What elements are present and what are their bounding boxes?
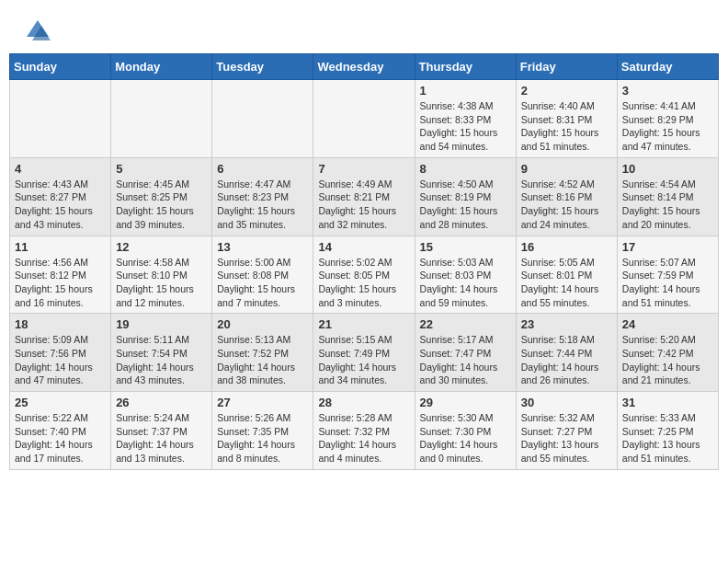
day-info: Sunrise: 4:56 AM Sunset: 8:12 PM Dayligh… bbox=[15, 256, 106, 310]
day-number: 25 bbox=[15, 396, 106, 409]
calendar-cell: 3Sunrise: 4:41 AM Sunset: 8:29 PM Daylig… bbox=[617, 80, 718, 158]
calendar-cell: 9Sunrise: 4:52 AM Sunset: 8:16 PM Daylig… bbox=[516, 157, 617, 236]
day-number: 31 bbox=[622, 396, 713, 409]
day-number: 16 bbox=[521, 240, 612, 254]
calendar-cell: 25Sunrise: 5:22 AM Sunset: 7:40 PM Dayli… bbox=[10, 392, 111, 470]
calendar-week-row: 4Sunrise: 4:43 AM Sunset: 8:27 PM Daylig… bbox=[10, 157, 719, 236]
day-number: 22 bbox=[420, 317, 511, 331]
day-info: Sunrise: 5:22 AM Sunset: 7:40 PM Dayligh… bbox=[15, 411, 106, 465]
weekday-header-thursday: Thursday bbox=[415, 54, 516, 80]
day-info: Sunrise: 5:13 AM Sunset: 7:52 PM Dayligh… bbox=[217, 333, 308, 387]
day-info: Sunrise: 5:24 AM Sunset: 7:37 PM Dayligh… bbox=[116, 411, 207, 465]
day-number: 20 bbox=[217, 317, 308, 331]
day-number: 17 bbox=[622, 240, 713, 254]
calendar-cell: 28Sunrise: 5:28 AM Sunset: 7:32 PM Dayli… bbox=[313, 392, 415, 470]
day-info: Sunrise: 4:38 AM Sunset: 8:33 PM Dayligh… bbox=[420, 99, 511, 154]
calendar-cell: 23Sunrise: 5:18 AM Sunset: 7:44 PM Dayli… bbox=[516, 314, 617, 392]
calendar-cell bbox=[212, 80, 313, 158]
calendar-cell: 27Sunrise: 5:26 AM Sunset: 7:35 PM Dayli… bbox=[212, 392, 313, 470]
calendar-cell: 18Sunrise: 5:09 AM Sunset: 7:56 PM Dayli… bbox=[10, 314, 111, 392]
day-info: Sunrise: 5:07 AM Sunset: 7:59 PM Dayligh… bbox=[622, 256, 713, 310]
calendar-cell: 10Sunrise: 4:54 AM Sunset: 8:14 PM Dayli… bbox=[617, 157, 718, 236]
calendar-week-row: 18Sunrise: 5:09 AM Sunset: 7:56 PM Dayli… bbox=[10, 314, 719, 392]
day-info: Sunrise: 5:17 AM Sunset: 7:47 PM Dayligh… bbox=[420, 333, 511, 387]
day-info: Sunrise: 4:54 AM Sunset: 8:14 PM Dayligh… bbox=[622, 178, 713, 232]
logo-icon bbox=[25, 18, 51, 44]
day-number: 30 bbox=[521, 396, 612, 409]
day-number: 12 bbox=[116, 240, 207, 254]
calendar-cell: 7Sunrise: 4:49 AM Sunset: 8:21 PM Daylig… bbox=[313, 157, 415, 236]
calendar-week-row: 1Sunrise: 4:38 AM Sunset: 8:33 PM Daylig… bbox=[10, 80, 719, 158]
day-info: Sunrise: 5:15 AM Sunset: 7:49 PM Dayligh… bbox=[318, 333, 409, 387]
day-number: 28 bbox=[318, 396, 409, 409]
calendar-cell: 21Sunrise: 5:15 AM Sunset: 7:49 PM Dayli… bbox=[313, 314, 415, 392]
weekday-header-monday: Monday bbox=[111, 54, 212, 80]
calendar-cell: 2Sunrise: 4:40 AM Sunset: 8:31 PM Daylig… bbox=[516, 80, 617, 158]
weekday-header-tuesday: Tuesday bbox=[212, 54, 313, 80]
calendar-cell: 17Sunrise: 5:07 AM Sunset: 7:59 PM Dayli… bbox=[617, 236, 718, 314]
day-number: 23 bbox=[521, 317, 612, 331]
day-info: Sunrise: 5:00 AM Sunset: 8:08 PM Dayligh… bbox=[217, 256, 308, 310]
calendar-cell: 24Sunrise: 5:20 AM Sunset: 7:42 PM Dayli… bbox=[617, 314, 718, 392]
day-number: 3 bbox=[622, 84, 713, 98]
calendar-cell bbox=[111, 80, 212, 158]
calendar-cell: 29Sunrise: 5:30 AM Sunset: 7:30 PM Dayli… bbox=[415, 392, 516, 470]
calendar-cell: 31Sunrise: 5:33 AM Sunset: 7:25 PM Dayli… bbox=[617, 392, 718, 470]
day-number: 7 bbox=[318, 162, 409, 176]
calendar-cell: 6Sunrise: 4:47 AM Sunset: 8:23 PM Daylig… bbox=[212, 157, 313, 236]
calendar-week-row: 11Sunrise: 4:56 AM Sunset: 8:12 PM Dayli… bbox=[10, 236, 719, 314]
day-number: 18 bbox=[15, 317, 106, 331]
calendar-cell: 11Sunrise: 4:56 AM Sunset: 8:12 PM Dayli… bbox=[10, 236, 111, 314]
day-number: 26 bbox=[116, 396, 207, 409]
day-number: 5 bbox=[116, 162, 207, 176]
day-number: 29 bbox=[420, 396, 511, 409]
day-number: 11 bbox=[15, 240, 106, 254]
calendar-cell: 5Sunrise: 4:45 AM Sunset: 8:25 PM Daylig… bbox=[111, 157, 212, 236]
day-info: Sunrise: 4:49 AM Sunset: 8:21 PM Dayligh… bbox=[318, 178, 409, 232]
page-header bbox=[9, 9, 719, 49]
day-number: 14 bbox=[318, 240, 409, 254]
calendar-cell: 1Sunrise: 4:38 AM Sunset: 8:33 PM Daylig… bbox=[415, 80, 516, 158]
day-info: Sunrise: 4:45 AM Sunset: 8:25 PM Dayligh… bbox=[116, 178, 207, 232]
calendar-cell: 12Sunrise: 4:58 AM Sunset: 8:10 PM Dayli… bbox=[111, 236, 212, 314]
day-info: Sunrise: 4:40 AM Sunset: 8:31 PM Dayligh… bbox=[521, 99, 612, 154]
day-number: 24 bbox=[622, 317, 713, 331]
calendar-cell bbox=[313, 80, 415, 158]
day-number: 21 bbox=[318, 317, 409, 331]
day-number: 4 bbox=[15, 162, 106, 176]
day-number: 8 bbox=[420, 162, 511, 176]
weekday-header-saturday: Saturday bbox=[617, 54, 718, 80]
weekday-header-wednesday: Wednesday bbox=[313, 54, 415, 80]
day-info: Sunrise: 5:30 AM Sunset: 7:30 PM Dayligh… bbox=[420, 411, 511, 465]
day-info: Sunrise: 5:32 AM Sunset: 7:27 PM Dayligh… bbox=[521, 411, 612, 465]
day-number: 19 bbox=[116, 317, 207, 331]
day-number: 27 bbox=[217, 396, 308, 409]
calendar-week-row: 25Sunrise: 5:22 AM Sunset: 7:40 PM Dayli… bbox=[10, 392, 719, 470]
calendar-cell: 26Sunrise: 5:24 AM Sunset: 7:37 PM Dayli… bbox=[111, 392, 212, 470]
day-number: 15 bbox=[420, 240, 511, 254]
calendar-cell: 22Sunrise: 5:17 AM Sunset: 7:47 PM Dayli… bbox=[415, 314, 516, 392]
calendar-cell: 30Sunrise: 5:32 AM Sunset: 7:27 PM Dayli… bbox=[516, 392, 617, 470]
day-info: Sunrise: 5:18 AM Sunset: 7:44 PM Dayligh… bbox=[521, 333, 612, 387]
day-info: Sunrise: 5:26 AM Sunset: 7:35 PM Dayligh… bbox=[217, 411, 308, 465]
calendar-cell: 8Sunrise: 4:50 AM Sunset: 8:19 PM Daylig… bbox=[415, 157, 516, 236]
day-info: Sunrise: 4:52 AM Sunset: 8:16 PM Dayligh… bbox=[521, 178, 612, 232]
calendar-cell: 16Sunrise: 5:05 AM Sunset: 8:01 PM Dayli… bbox=[516, 236, 617, 314]
calendar-cell: 20Sunrise: 5:13 AM Sunset: 7:52 PM Dayli… bbox=[212, 314, 313, 392]
calendar-cell bbox=[10, 80, 111, 158]
day-number: 2 bbox=[521, 84, 612, 98]
calendar-cell: 19Sunrise: 5:11 AM Sunset: 7:54 PM Dayli… bbox=[111, 314, 212, 392]
day-info: Sunrise: 4:50 AM Sunset: 8:19 PM Dayligh… bbox=[420, 178, 511, 232]
day-info: Sunrise: 5:09 AM Sunset: 7:56 PM Dayligh… bbox=[15, 333, 106, 387]
calendar-cell: 14Sunrise: 5:02 AM Sunset: 8:05 PM Dayli… bbox=[313, 236, 415, 314]
day-info: Sunrise: 5:28 AM Sunset: 7:32 PM Dayligh… bbox=[318, 411, 409, 465]
day-number: 9 bbox=[521, 162, 612, 176]
day-number: 13 bbox=[217, 240, 308, 254]
day-number: 10 bbox=[622, 162, 713, 176]
calendar-cell: 13Sunrise: 5:00 AM Sunset: 8:08 PM Dayli… bbox=[212, 236, 313, 314]
day-info: Sunrise: 4:41 AM Sunset: 8:29 PM Dayligh… bbox=[622, 99, 713, 154]
day-info: Sunrise: 5:05 AM Sunset: 8:01 PM Dayligh… bbox=[521, 256, 612, 310]
calendar-header-row: SundayMondayTuesdayWednesdayThursdayFrid… bbox=[10, 54, 719, 80]
day-info: Sunrise: 5:03 AM Sunset: 8:03 PM Dayligh… bbox=[420, 256, 511, 310]
calendar-cell: 15Sunrise: 5:03 AM Sunset: 8:03 PM Dayli… bbox=[415, 236, 516, 314]
